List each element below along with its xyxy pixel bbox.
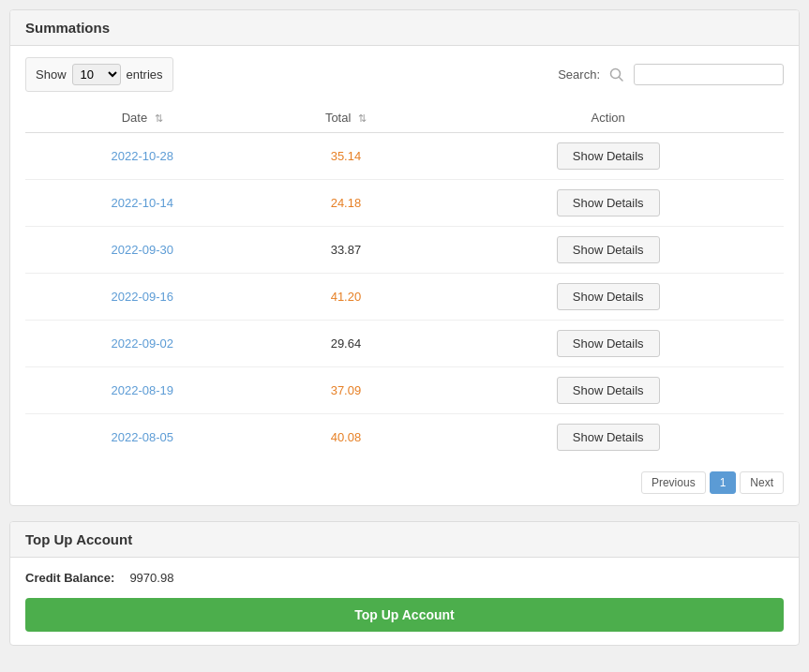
action-cell: Show Details <box>432 227 784 274</box>
topup-body: Credit Balance: 9970.98 Top Up Account <box>10 558 799 645</box>
show-details-button[interactable]: Show Details <box>557 283 660 310</box>
table-row: 2022-09-0229.64Show Details <box>25 321 784 367</box>
show-details-button[interactable]: Show Details <box>557 377 660 404</box>
total-cell: 33.87 <box>260 227 433 274</box>
credit-row: Credit Balance: 9970.98 <box>25 571 784 585</box>
summations-title: Summations <box>10 10 799 46</box>
table-row: 2022-08-0540.08Show Details <box>25 414 784 461</box>
summations-panel: Summations Show 10 25 50 100 entries Sea… <box>9 9 800 506</box>
date-cell: 2022-09-30 <box>25 227 260 274</box>
total-cell: 35.14 <box>260 133 433 180</box>
date-cell: 2022-10-14 <box>25 180 260 227</box>
action-cell: Show Details <box>432 274 784 321</box>
table-row: 2022-09-3033.87Show Details <box>25 227 784 274</box>
show-entries-control: Show 10 25 50 100 entries <box>25 57 173 92</box>
date-sort-icon: ⇅ <box>155 112 163 125</box>
total-cell: 24.18 <box>260 180 433 227</box>
entries-select[interactable]: 10 25 50 100 <box>72 64 121 85</box>
total-sort-icon: ⇅ <box>358 112 367 125</box>
date-cell: 2022-08-05 <box>25 414 260 461</box>
total-cell: 37.09 <box>260 367 433 414</box>
action-cell: Show Details <box>432 367 784 414</box>
col-total[interactable]: Total ⇅ <box>260 103 433 133</box>
action-cell: Show Details <box>432 414 784 461</box>
table-row: 2022-09-1641.20Show Details <box>25 274 784 321</box>
action-cell: Show Details <box>432 321 784 367</box>
total-cell: 40.08 <box>260 414 433 461</box>
next-button[interactable]: Next <box>740 471 784 494</box>
date-cell: 2022-09-16 <box>25 274 260 321</box>
show-details-button[interactable]: Show Details <box>557 236 660 263</box>
summations-body: Show 10 25 50 100 entries Search: <box>10 46 799 505</box>
pagination: Previous 1 Next <box>25 471 784 494</box>
search-box: Search: <box>558 64 784 86</box>
show-details-button[interactable]: Show Details <box>557 189 660 217</box>
show-details-button[interactable]: Show Details <box>557 330 660 357</box>
credit-value: 9970.98 <box>129 571 173 585</box>
page-1-button[interactable]: 1 <box>710 471 737 494</box>
date-cell: 2022-08-19 <box>25 367 260 414</box>
total-cell: 29.64 <box>260 321 433 367</box>
search-icon <box>606 64 628 86</box>
col-action: Action <box>432 103 784 133</box>
topup-panel: Top Up Account Credit Balance: 9970.98 T… <box>9 521 800 646</box>
table-row: 2022-10-2835.14Show Details <box>25 133 784 180</box>
show-details-button[interactable]: Show Details <box>557 142 660 170</box>
table-row: 2022-10-1424.18Show Details <box>25 180 784 227</box>
action-cell: Show Details <box>432 180 784 227</box>
search-label: Search: <box>558 67 600 82</box>
credit-label: Credit Balance: <box>25 571 114 585</box>
action-cell: Show Details <box>432 133 784 180</box>
table-controls: Show 10 25 50 100 entries Search: <box>25 57 784 92</box>
date-cell: 2022-10-28 <box>25 133 260 180</box>
topup-button[interactable]: Top Up Account <box>25 598 784 632</box>
show-label: Show <box>36 67 67 82</box>
entries-label: entries <box>127 67 163 82</box>
search-input[interactable] <box>634 64 784 85</box>
date-cell: 2022-09-02 <box>25 321 260 367</box>
col-date[interactable]: Date ⇅ <box>25 103 260 133</box>
total-cell: 41.20 <box>260 274 433 321</box>
table-row: 2022-08-1937.09Show Details <box>25 367 784 414</box>
previous-button[interactable]: Previous <box>641 471 706 494</box>
show-details-button[interactable]: Show Details <box>557 424 660 451</box>
topup-title: Top Up Account <box>10 522 799 558</box>
svg-line-1 <box>620 77 623 81</box>
summations-table: Date ⇅ Total ⇅ Action 2022-10-2835.14Sho… <box>25 103 784 460</box>
